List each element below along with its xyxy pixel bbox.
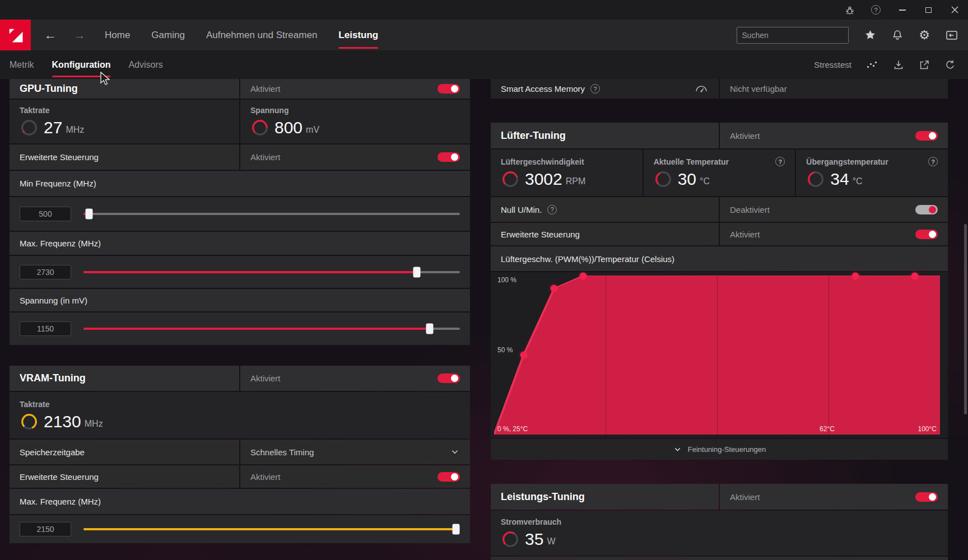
amd-logo[interactable] bbox=[0, 20, 31, 50]
bug-report-button[interactable] bbox=[836, 0, 863, 20]
voltage-value[interactable]: 1150 bbox=[20, 321, 71, 336]
tab-record-stream[interactable]: Aufnehmen und Streamen bbox=[206, 20, 317, 50]
gpu-tuning-toggle[interactable] bbox=[438, 84, 460, 94]
sam-label: Smart Access Memory bbox=[501, 84, 585, 94]
slider-handle[interactable] bbox=[426, 324, 434, 334]
chevron-down-icon bbox=[673, 445, 682, 454]
max-frequency-value[interactable]: 2730 bbox=[20, 265, 71, 279]
maximize-button[interactable] bbox=[915, 0, 942, 20]
tab-performance[interactable]: Leistung bbox=[338, 20, 378, 50]
tab-home[interactable]: Home bbox=[105, 20, 130, 50]
nav-tabs: Home Gaming Aufnehmen und Streamen Leist… bbox=[105, 20, 378, 50]
slider-handle[interactable] bbox=[453, 524, 460, 535]
min-frequency-slider[interactable] bbox=[83, 208, 460, 220]
fan-tuning-toggle[interactable] bbox=[915, 131, 938, 141]
fine-tuning-expander[interactable]: Feintuning-Steuerungen bbox=[491, 439, 948, 460]
maximize-icon bbox=[925, 7, 932, 13]
memory-timing-dropdown[interactable]: Schnelles Timing bbox=[240, 440, 470, 464]
forward-icon[interactable]: → bbox=[73, 28, 86, 43]
bug-icon bbox=[845, 5, 855, 15]
slider-label: Min Frequenz (MHz) bbox=[20, 179, 96, 188]
back-icon[interactable]: ← bbox=[44, 28, 57, 43]
search-box[interactable] bbox=[737, 27, 849, 44]
curve-point[interactable] bbox=[911, 273, 918, 280]
chevron-down-icon bbox=[450, 447, 460, 457]
curve-point[interactable] bbox=[520, 352, 527, 359]
close-button[interactable] bbox=[942, 0, 968, 20]
vram-max-frequency-value[interactable]: 2150 bbox=[20, 522, 71, 536]
panel-title: Leistungs-Tuning bbox=[501, 491, 585, 503]
slider-label: Spannung (in mV) bbox=[20, 296, 87, 305]
x-axis-label-min: 0 %, 25°C bbox=[497, 425, 528, 433]
titlebar: ? bbox=[0, 0, 968, 20]
gridline bbox=[829, 276, 829, 435]
amd-radeon-icon bbox=[7, 27, 24, 44]
max-frequency-slider[interactable] bbox=[83, 266, 460, 278]
help-button[interactable]: ? bbox=[863, 0, 889, 20]
gauge-icon bbox=[806, 170, 825, 189]
minimize-icon bbox=[899, 10, 906, 11]
tab-gaming[interactable]: Gaming bbox=[151, 20, 185, 50]
slider-handle[interactable] bbox=[86, 209, 93, 220]
power-tuning-toggle[interactable] bbox=[915, 492, 938, 502]
vram-advanced-toggle[interactable] bbox=[438, 472, 460, 482]
curve-point[interactable] bbox=[551, 284, 558, 292]
share-icon[interactable] bbox=[919, 59, 930, 71]
curve-point[interactable] bbox=[851, 273, 859, 280]
row-label: Erweiterte Steuerung bbox=[20, 152, 99, 162]
junction-temperature-metric: Übergangstemperatur? 34°C bbox=[796, 150, 948, 196]
help-icon: ? bbox=[871, 5, 881, 15]
gpu-tuning-panel: GPU-Tuning Aktiviert Taktrate 27MHz bbox=[10, 79, 470, 345]
status-text: Aktiviert bbox=[250, 84, 280, 94]
settings-gear-icon[interactable]: ⚙ bbox=[919, 29, 930, 41]
question-icon[interactable]: ? bbox=[590, 84, 600, 94]
voltage-slider[interactable] bbox=[83, 323, 460, 335]
slider-handle[interactable] bbox=[413, 267, 420, 277]
tuning-content: GPU-Tuning Aktiviert Taktrate 27MHz bbox=[0, 79, 968, 560]
min-frequency-value[interactable]: 500 bbox=[20, 207, 71, 221]
sam-icon bbox=[694, 83, 709, 95]
fan-advanced-toggle[interactable] bbox=[915, 230, 938, 239]
row-label: Erweiterte Steuerung bbox=[501, 230, 580, 239]
vram-tuning-toggle[interactable] bbox=[438, 374, 460, 383]
reset-icon[interactable] bbox=[944, 59, 956, 71]
favorites-star-icon[interactable] bbox=[864, 29, 876, 41]
subtab-metrik[interactable]: Metrik bbox=[10, 50, 34, 79]
fan-curve-chart[interactable]: 100 % 50 % 0 %, 25°C 62°C 100°C bbox=[491, 272, 948, 438]
panel-title: Lüfter-Tuning bbox=[501, 130, 566, 142]
power-tuning-panel: Leistungs-Tuning Aktiviert Stromverbrauc… bbox=[491, 484, 948, 560]
gauge-icon bbox=[20, 118, 39, 137]
scrollbar-thumb[interactable] bbox=[964, 224, 967, 414]
panel-title: GPU-Tuning bbox=[20, 83, 78, 95]
subtab-konfiguration[interactable]: Konfiguration bbox=[52, 50, 111, 79]
gauge-icon bbox=[250, 118, 269, 137]
stresstest-icon[interactable] bbox=[866, 60, 878, 70]
gauge-icon bbox=[501, 170, 520, 189]
gauge-icon bbox=[654, 170, 673, 189]
curve-point[interactable] bbox=[580, 273, 587, 280]
search-input[interactable] bbox=[742, 31, 843, 40]
stresstest-label[interactable]: Stresstest bbox=[814, 60, 851, 69]
vram-max-frequency-slider[interactable] bbox=[83, 523, 460, 535]
row-label: Speicherzeitgabe bbox=[20, 447, 85, 457]
y-axis-label-100: 100 % bbox=[497, 276, 516, 284]
minimize-button[interactable] bbox=[889, 0, 915, 20]
subtab-advisors[interactable]: Advisors bbox=[128, 50, 162, 79]
question-icon[interactable]: ? bbox=[928, 157, 938, 166]
overlay-panel-icon[interactable] bbox=[946, 30, 958, 41]
panel-title: VRAM-Tuning bbox=[20, 372, 86, 384]
close-icon bbox=[951, 6, 958, 13]
question-icon[interactable]: ? bbox=[775, 157, 785, 166]
search-icon bbox=[843, 30, 844, 40]
fan-curve-plot[interactable]: 100 % 50 % 0 %, 25°C 62°C 100°C bbox=[494, 276, 940, 435]
gridline bbox=[717, 276, 718, 435]
zero-rpm-toggle[interactable] bbox=[915, 205, 938, 214]
fan-chart-title: Lüftergeschw. (PWM(%))/Temperatur (Celsi… bbox=[501, 254, 674, 264]
performance-subnav: Metrik Konfiguration Advisors Stresstest bbox=[0, 50, 968, 79]
save-profile-icon[interactable] bbox=[893, 59, 904, 71]
smart-access-memory-row: Smart Access Memory ? Nicht verfügbar bbox=[491, 79, 948, 99]
question-icon[interactable]: ? bbox=[547, 205, 557, 214]
gpu-advanced-toggle[interactable] bbox=[438, 152, 460, 162]
main-navbar: ← → Home Gaming Aufnehmen und Streamen L… bbox=[0, 20, 968, 50]
notifications-bell-icon[interactable] bbox=[892, 29, 903, 41]
